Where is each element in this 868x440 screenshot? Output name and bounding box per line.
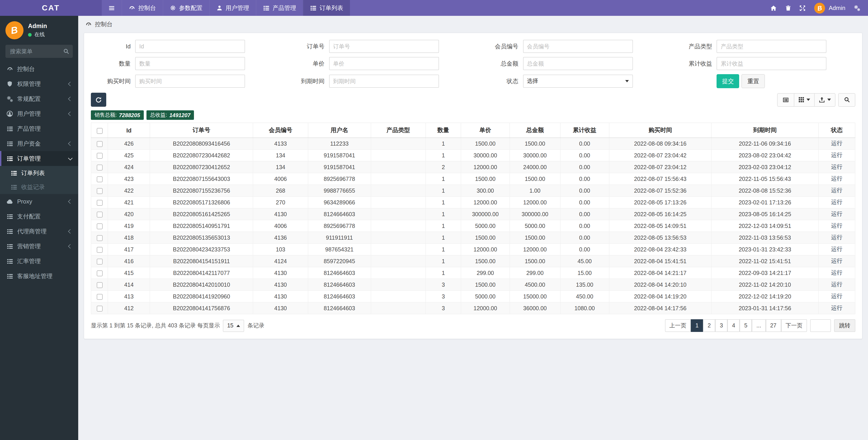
row-checkbox[interactable]: [96, 270, 102, 276]
page-button-1[interactable]: 1: [691, 319, 703, 332]
sidebar-sublink-order-list[interactable]: 订单列表: [0, 166, 78, 180]
sidebar-link-marketing-management[interactable]: 营销管理: [0, 239, 78, 254]
submit-button[interactable]: 提交: [717, 74, 739, 88]
clear-cache-button[interactable]: [781, 0, 795, 16]
buy-time-label: 购买时间: [91, 77, 131, 85]
order-no-input[interactable]: [329, 40, 439, 53]
sidebar-link-permission-management[interactable]: 权限管理: [0, 77, 78, 91]
sidebar-link-user-funds[interactable]: 用户资金: [0, 136, 78, 151]
cell: 8124664603: [308, 291, 371, 302]
sidebar-link-product-management[interactable]: 产品管理: [0, 121, 78, 136]
cell: B20220807155236756: [150, 185, 253, 197]
row-checkbox[interactable]: [96, 200, 102, 206]
cell: [371, 149, 426, 161]
page-jump-button[interactable]: 跳转: [834, 319, 855, 332]
row-checkbox[interactable]: [96, 176, 102, 182]
menu-search-input[interactable]: [5, 45, 73, 58]
row-checkbox[interactable]: [96, 141, 102, 147]
total-amount-input[interactable]: [523, 57, 633, 70]
topnav-item-order-list[interactable]: 订单列表: [303, 0, 350, 16]
cell: 2022-08-08 09:34:16: [609, 138, 712, 149]
row-checkbox[interactable]: [96, 282, 102, 288]
sidebar-link-dashboard[interactable]: 控制台: [0, 61, 78, 77]
page-size-dropdown[interactable]: 15: [223, 320, 244, 332]
sidebar-item-label: Proxy: [17, 198, 32, 205]
sidebar-link-service-address-management[interactable]: 客服地址管理: [0, 269, 78, 284]
sidebar-item-label: 常规配置: [17, 95, 41, 103]
brand-logo[interactable]: CAT: [0, 0, 102, 16]
reset-button[interactable]: 重置: [742, 74, 765, 88]
sidebar-link-agent-management[interactable]: 代理商管理: [0, 224, 78, 239]
sidebar-toggle-button[interactable]: [102, 0, 122, 16]
sidebar-link-proxy[interactable]: Proxy: [0, 194, 78, 209]
cell: [371, 185, 426, 197]
user-menu[interactable]: B Admin: [810, 0, 850, 16]
buy-time-input[interactable]: [135, 75, 245, 88]
cell: 1500.00: [510, 232, 560, 243]
status-text: 运行: [818, 161, 855, 173]
row-checkbox[interactable]: [96, 305, 102, 311]
cell: [371, 220, 426, 232]
home-button[interactable]: [766, 0, 781, 16]
search-toggle-button[interactable]: [838, 93, 855, 107]
cell: B20220804154151911: [150, 255, 253, 267]
page-jump-input[interactable]: [810, 319, 831, 332]
id-input[interactable]: [135, 40, 245, 53]
accumulated-profit-input[interactable]: [717, 57, 827, 70]
topnav-item-user-management[interactable]: 用户管理: [209, 0, 256, 16]
cell: 5000.00: [510, 220, 560, 232]
status-select[interactable]: 选择: [523, 75, 633, 88]
member-no-input[interactable]: [523, 40, 633, 53]
row-checkbox[interactable]: [96, 294, 102, 300]
row-checkbox[interactable]: [96, 153, 102, 158]
select-all-checkbox[interactable]: [96, 128, 102, 134]
row-checkbox[interactable]: [96, 247, 102, 253]
column-header: Id: [108, 123, 150, 138]
cell: [371, 161, 426, 173]
prev-page-button[interactable]: 上一页: [665, 319, 691, 332]
sidebar-link-order-management[interactable]: 订单管理: [0, 151, 78, 166]
page-button-27[interactable]: 27: [766, 319, 781, 332]
sidebar-link-general-config[interactable]: 常规配置: [0, 91, 78, 106]
topnav-item-dashboard[interactable]: 控制台: [122, 0, 163, 16]
row-checkbox[interactable]: [96, 259, 102, 264]
page-button-4[interactable]: 4: [727, 319, 740, 332]
unit-price-input[interactable]: [329, 57, 439, 70]
cell: 8925696778: [308, 173, 371, 185]
page-button-5[interactable]: 5: [740, 319, 752, 332]
gear-icon: [170, 5, 176, 11]
refresh-button[interactable]: [91, 93, 106, 107]
column-header: 订单号: [150, 123, 253, 138]
sidebar-link-exchange-rate-management[interactable]: 汇率管理: [0, 254, 78, 269]
status-text: 运行: [818, 232, 855, 243]
row-checkbox[interactable]: [96, 235, 102, 241]
product-type-input[interactable]: [717, 40, 827, 53]
sidebar-subitem-order-list: 订单列表: [0, 166, 78, 180]
page-button-2[interactable]: 2: [703, 319, 715, 332]
cell: 45.00: [560, 255, 609, 267]
fullscreen-button[interactable]: [795, 0, 810, 16]
row-checkbox[interactable]: [96, 188, 102, 194]
topnav-item-params-config[interactable]: 参数配置: [163, 0, 209, 16]
export-button[interactable]: [814, 93, 835, 107]
sidebar-sublink-profit-records[interactable]: 收益记录: [0, 180, 78, 194]
cell: 12000.00: [510, 243, 560, 255]
expire-time-input[interactable]: [329, 75, 439, 88]
sidebar-item-payment-config: 支付配置: [0, 209, 78, 224]
row-checkbox[interactable]: [96, 165, 102, 170]
sidebar-link-user-management[interactable]: 用户管理: [0, 106, 78, 121]
toggle-view-button[interactable]: [777, 93, 794, 107]
row-checkbox[interactable]: [96, 223, 102, 229]
quantity-input[interactable]: [135, 57, 245, 70]
next-page-button[interactable]: 下一页: [781, 319, 807, 332]
cell: 1: [426, 255, 461, 267]
columns-button[interactable]: [794, 93, 815, 107]
cell: 2022-08-05 13:56:53: [609, 232, 712, 243]
topnav-item-product-management[interactable]: 产品管理: [256, 0, 303, 16]
page-button-3[interactable]: 3: [715, 319, 727, 332]
sidebar-link-payment-config[interactable]: 支付配置: [0, 209, 78, 224]
list-icon: [6, 273, 13, 279]
row-checkbox[interactable]: [96, 211, 102, 217]
settings-button[interactable]: [850, 0, 864, 16]
table-row: 413B202208041419209604130812466460335000…: [91, 291, 855, 302]
